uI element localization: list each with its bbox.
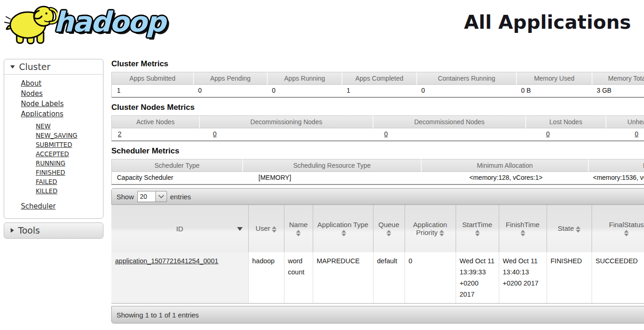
select-dropdown-button[interactable] — [156, 191, 167, 202]
application-row: application_1507721641254_0001 hadoop wo… — [111, 252, 644, 304]
chevron-down-icon — [158, 192, 164, 198]
sidebar-item-applications[interactable]: Applications — [21, 110, 64, 118]
table-info-text: Showing 1 to 1 of 1 entries — [116, 311, 199, 319]
col-scheduler-type: Scheduler Type — [111, 159, 242, 172]
content-area: Cluster About Nodes Node Labels Applicat… — [0, 57, 644, 324]
col-apps-submitted: Apps Submitted — [111, 72, 193, 85]
apps-completed-value: 1 — [341, 85, 416, 98]
sidebar-item-node-labels[interactable]: Node Labels — [21, 100, 64, 108]
unhealthy-nodes-link[interactable]: 0 — [635, 130, 638, 138]
page-title: All Applications — [464, 11, 631, 33]
sort-icon — [475, 230, 480, 236]
sort-icon — [296, 230, 301, 236]
sidebar-item-state-finished[interactable]: FINISHED — [36, 169, 65, 176]
hadoop-logo[interactable]: hadoop — [3, 2, 165, 45]
show-label: Show — [116, 193, 134, 201]
sort-icon — [439, 230, 444, 236]
page-size-value: 20 — [137, 191, 156, 202]
col-scheduling-resource-type: Scheduling Resource Type — [242, 159, 421, 172]
hadoop-elephant-icon — [3, 2, 58, 45]
table-length-toolbar: Show 20 entries — [111, 188, 644, 205]
sidebar-item-state-failed[interactable]: FAILED — [36, 178, 57, 185]
scheduling-resource-type-value: [MEMORY] — [242, 172, 421, 185]
applications-table: ID User Name Application Type — [111, 205, 644, 304]
sidebar-item-nodes[interactable]: Nodes — [21, 89, 43, 98]
sidebar-item-scheduler[interactable]: Scheduler — [21, 202, 56, 210]
lost-nodes-link[interactable]: 0 — [546, 130, 550, 138]
col-maximum-allocation: Maximum Allocation — [588, 159, 644, 172]
application-priority: 0 — [405, 252, 456, 304]
application-finalstatus: SUCCEEDED — [592, 252, 644, 304]
decommissioned-nodes-link[interactable]: 0 — [384, 130, 388, 138]
column-header-user[interactable]: User — [248, 205, 284, 252]
column-label-state: State — [558, 224, 574, 232]
cluster-metrics-row: 1 0 0 1 0 0 B 3 GB — [111, 85, 644, 98]
application-queue: default — [373, 252, 405, 304]
yarn-all-applications-page: hadoop All Applications Cluster About No… — [0, 0, 644, 330]
sidebar-item-state-killed[interactable]: KILLED — [36, 187, 58, 195]
apps-running-value: 0 — [267, 85, 341, 98]
col-containers-running: Containers Running — [416, 72, 516, 85]
col-active-nodes: Active Nodes — [111, 115, 199, 128]
sidebar-item-state-new[interactable]: NEW — [36, 122, 51, 130]
scheduler-metrics-row: Capacity Scheduler [MEMORY] <memory:128,… — [111, 172, 644, 185]
tools-nav-header[interactable]: Tools — [4, 222, 103, 239]
maximum-allocation-value: <memory:1536, vCores:4> — [588, 172, 644, 185]
column-label-finishtime: FinishTime — [506, 221, 540, 228]
page-header: hadoop All Applications — [0, 0, 644, 57]
sidebar-item-state-new-saving[interactable]: NEW_SAVING — [36, 132, 77, 139]
page-size-select[interactable]: 20 — [137, 191, 167, 202]
main-panel: Cluster Metrics Apps Submitted Apps Pend… — [111, 57, 644, 324]
apps-pending-value: 0 — [193, 85, 267, 98]
column-header-name[interactable]: Name — [284, 205, 313, 252]
sidebar-item-state-running[interactable]: RUNNING — [36, 159, 65, 167]
sort-icon — [521, 230, 525, 236]
cluster-nodes-metrics-heading: Cluster Nodes Metrics — [111, 103, 644, 112]
tools-nav-label: Tools — [18, 225, 40, 235]
sort-icon — [386, 230, 391, 236]
memory-used-value: 0 B — [516, 85, 592, 98]
sidebar: Cluster About Nodes Node Labels Applicat… — [0, 57, 111, 239]
col-apps-completed: Apps Completed — [341, 72, 416, 85]
application-name: word count — [284, 252, 313, 304]
column-header-queue[interactable]: Queue — [373, 205, 405, 252]
application-finishtime: Wed Oct 11 13:40:13 +0200 2017 — [499, 252, 547, 304]
collapse-open-icon — [10, 65, 15, 69]
table-info-toolbar: Showing 1 to 1 of 1 entries — [111, 306, 644, 324]
containers-running-value: 0 — [416, 85, 516, 98]
col-decommissioned-nodes: Decommissioned Nodes — [373, 115, 525, 128]
application-starttime: Wed Oct 11 13:39:33 +0200 2017 — [456, 252, 499, 304]
column-header-starttime[interactable]: StartTime — [456, 205, 499, 252]
decommissioning-nodes-link[interactable]: 0 — [213, 130, 217, 138]
column-header-application-type[interactable]: Application Type — [313, 205, 373, 252]
active-nodes-link[interactable]: 2 — [118, 130, 122, 138]
sort-icon — [272, 226, 277, 233]
scheduler-metrics-heading: Scheduler Metrics — [111, 146, 644, 156]
sort-icon — [624, 230, 629, 236]
column-header-application-priority[interactable]: Application Priority — [405, 205, 456, 252]
hadoop-logo-text: hadoop — [54, 8, 165, 36]
column-header-id[interactable]: ID — [111, 205, 248, 252]
column-header-finishtime[interactable]: FinishTime — [499, 205, 547, 252]
sidebar-item-state-submitted[interactable]: SUBMITTED — [36, 141, 72, 148]
column-header-state[interactable]: State — [547, 205, 592, 252]
col-apps-pending: Apps Pending — [193, 72, 267, 85]
column-label-application-type: Application Type — [317, 221, 368, 228]
entries-label: entries — [170, 193, 191, 201]
memory-total-value: 3 GB — [592, 85, 644, 98]
col-minimum-allocation: Minimum Allocation — [421, 159, 588, 172]
column-label-queue: Queue — [378, 221, 399, 228]
application-type: MAPREDUCE — [313, 252, 373, 304]
col-lost-nodes: Lost Nodes — [525, 115, 605, 128]
cluster-metrics-heading: Cluster Metrics — [111, 59, 644, 69]
minimum-allocation-value: <memory:128, vCores:1> — [421, 172, 588, 185]
application-id-link[interactable]: application_1507721641254_0001 — [115, 257, 219, 265]
cluster-nav-label: Cluster — [19, 62, 50, 72]
column-label-user: User — [256, 224, 270, 232]
sidebar-item-about[interactable]: About — [21, 79, 41, 88]
sidebar-item-state-accepted[interactable]: ACCEPTED — [36, 150, 69, 158]
col-unhealthy-nodes: Unhealthy Nodes — [605, 115, 644, 128]
cluster-nav-header[interactable]: Cluster — [4, 59, 103, 75]
sort-icon — [576, 226, 580, 233]
column-header-finalstatus[interactable]: FinalStatus — [592, 205, 644, 252]
